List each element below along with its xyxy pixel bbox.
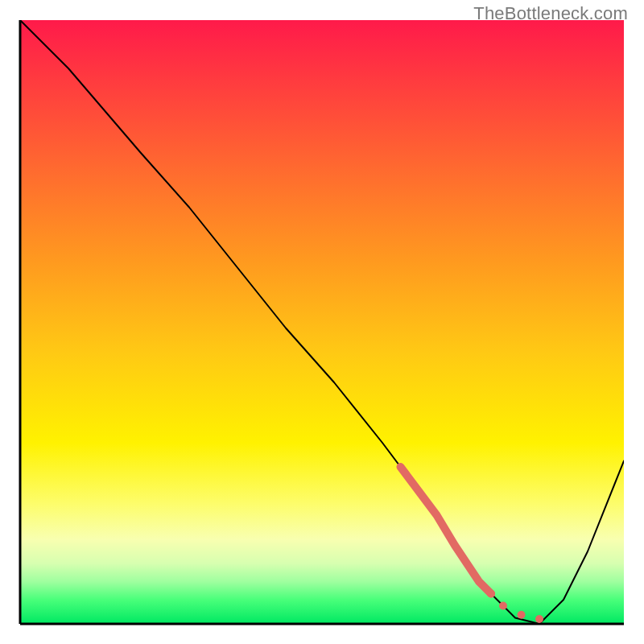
highlight-dot [487,590,495,598]
highlight-solid-path [401,467,492,594]
highlight-dot [518,611,526,619]
chart-overlay [20,20,624,624]
bottleneck-curve [20,20,624,624]
bottleneck-curve-path [20,20,624,624]
highlight-segment [401,467,544,623]
chart-container: TheBottleneck.com [0,0,644,644]
highlight-dot [535,615,543,623]
highlight-dot [499,602,507,610]
